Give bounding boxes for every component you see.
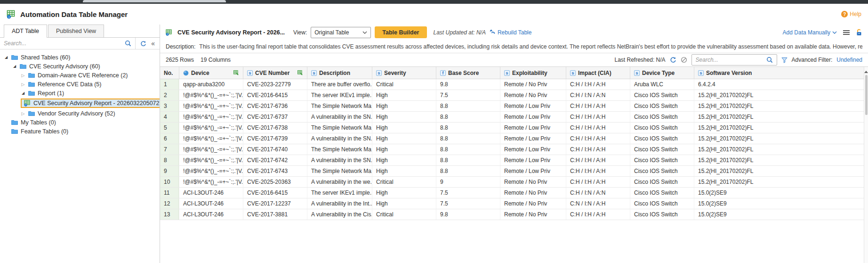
table-row[interactable]: 2!@#$%^&*()_-=+~`:;.'|V...CVE-2016-6415T… <box>160 90 868 101</box>
cell-cve: CVE-2017-6738 <box>243 123 307 133</box>
column-label: Software Version <box>706 70 752 76</box>
collapse-arrow-icon[interactable]: ▷ <box>21 73 25 78</box>
cell-base_score: 8.8 <box>436 144 500 155</box>
tree-item-reference-cve-data[interactable]: ▷ Reference CVE Data (5) <box>0 80 160 89</box>
tree-item-my-tables[interactable]: My Tables (0) <box>0 118 160 127</box>
tree-item-domain-aware-cve-reference[interactable]: ▷ Domain-Aware CVE Reference (2) <box>0 71 160 80</box>
description-label: Description: <box>166 43 195 50</box>
expand-arrow-icon[interactable]: ◢ <box>4 55 8 59</box>
collapse-sidebar-icon[interactable]: « <box>151 40 155 47</box>
cell-device: !@#$%^&*()_-=+~`:;.'|V... <box>179 133 243 144</box>
grid-header: No.DevicesCVE NumbersDescriptionsSeverit… <box>160 67 868 79</box>
tree-item-shared-tables[interactable]: ◢ Shared Tables (60) <box>0 53 160 62</box>
cell-cve: CVE-2023-22779 <box>243 79 307 90</box>
table-row[interactable]: 5!@#$%^&*()_-=+~`:;.'|V...CVE-2017-6738T… <box>160 123 868 133</box>
tree-item-cve-report-selected[interactable]: i CVE Security Advisory Report - 2026032… <box>0 98 160 109</box>
tree-item-feature-tables[interactable]: Feature Tables (0) <box>0 127 160 136</box>
search-icon[interactable] <box>763 57 777 63</box>
tree-item-vendor-security-advisory[interactable]: ▷ Vendor Security Advisory (52) <box>0 109 160 118</box>
table-row[interactable]: 4!@#$%^&*()_-=+~`:;.'|V...CVE-2017-6737A… <box>160 112 868 123</box>
cell-impact: C:H / I:H / A:H <box>566 112 630 122</box>
table-row[interactable]: 7!@#$%^&*()_-=+~`:;.'|V...CVE-2017-6740T… <box>160 144 868 155</box>
cell-software_version: 15.0(2)SE9 <box>694 188 864 198</box>
scrollbar-thumb[interactable] <box>865 75 868 115</box>
table-row[interactable]: 6!@#$%^&*()_-=+~`:;.'|V...CVE-2017-6739A… <box>160 133 868 144</box>
column-header-no[interactable]: No. <box>160 67 179 79</box>
selected-tree-item[interactable]: i CVE Security Advisory Report - 2026032… <box>21 99 160 108</box>
collapse-arrow-icon[interactable]: ▷ <box>21 82 25 87</box>
column-header-device[interactable]: Device <box>179 67 243 79</box>
tree-item-label: Vendor Security Advisory (52) <box>38 110 115 117</box>
cell-impact: C:H / I:H / A:H <box>566 144 630 155</box>
column-header-impact[interactable]: sImpact (CIA) <box>566 67 630 79</box>
stats-row: 2625 Rows 19 Columns Last Refreshed: N/A <box>160 53 868 66</box>
column-header-device_type[interactable]: sDevice Type <box>630 67 694 79</box>
folder-icon <box>11 55 18 60</box>
unlock-icon[interactable] <box>856 29 862 36</box>
table-search-input[interactable] <box>692 57 763 63</box>
sidebar-search-input[interactable] <box>0 40 121 47</box>
expand-arrow-icon[interactable]: ◢ <box>21 91 25 95</box>
tree-item-report[interactable]: ◢ Report (1) <box>0 89 160 98</box>
table-row[interactable]: 9!@#$%^&*()_-=+~`:;.'|V...CVE-2017-6743T… <box>160 166 868 177</box>
refresh-tree-icon[interactable] <box>140 41 146 47</box>
main-panel: i CVE Security Advisory Report - 2026...… <box>160 25 868 263</box>
cell-impact: C:H / I:H / A:H <box>566 101 630 111</box>
column-header-severity[interactable]: sSeverity <box>372 67 436 79</box>
help-link[interactable]: ? Help <box>841 11 861 17</box>
svg-text:i: i <box>167 33 168 35</box>
cell-description: A vulnerability in the Cis... <box>307 209 372 220</box>
refresh-table-icon[interactable] <box>670 57 676 63</box>
cell-software_version: 15.2(HI_20170202)FL <box>694 101 864 111</box>
table-row[interactable]: 10!@#$%^&*()_-=+~`:;.'|V...CVE-2025-2036… <box>160 177 868 188</box>
menu-icon[interactable] <box>843 30 850 35</box>
column-header-description[interactable]: sDescription <box>307 67 372 79</box>
expand-arrow-icon[interactable]: ◢ <box>12 64 17 68</box>
cell-device: !@#$%^&*()_-=+~`:;.'|V... <box>179 166 243 176</box>
cell-exploitability: Remote / No Priv <box>500 198 566 209</box>
table-builder-button[interactable]: Table Builder <box>375 26 426 38</box>
cell-no: 1 <box>160 79 179 90</box>
column-label: Impact (CIA) <box>578 70 611 76</box>
vertical-scrollbar[interactable] <box>864 67 868 263</box>
cell-severity: High <box>372 133 436 144</box>
view-select[interactable]: Original Table <box>311 27 371 38</box>
column-type-icon: s <box>698 70 704 76</box>
table-row[interactable]: 1qapp-aruba3200CVE-2023-22779There are b… <box>160 79 868 90</box>
tab-published-view[interactable]: Published View <box>48 25 104 37</box>
hide-columns-icon[interactable] <box>681 57 687 63</box>
cell-impact: C:H / I:H / A:H <box>566 166 630 176</box>
tree-item-cve-security-advisory[interactable]: ◢ CVE Security Advisory (60) <box>0 62 160 71</box>
column-header-base_score[interactable]: fBase Score <box>436 67 500 79</box>
column-type-icon: s <box>634 70 640 76</box>
column-header-cve[interactable]: sCVE Number <box>243 67 307 79</box>
tab-adt-table[interactable]: ADT Table <box>4 25 47 38</box>
cell-no: 8 <box>160 155 179 165</box>
table-row[interactable]: 12ACI-L3OUT-246CVE-2017-12237A vulnerabi… <box>160 198 868 209</box>
column-header-exploitability[interactable]: sExploitability <box>500 67 566 79</box>
column-label: Device <box>191 70 209 76</box>
cell-severity: High <box>372 166 436 176</box>
cell-device_type: Cisco IOS Switch <box>630 155 694 165</box>
cell-impact: C:H / I:N / A:N <box>566 188 630 198</box>
cell-software_version: 15.2(HI_20170202)FL <box>694 133 864 144</box>
cell-severity: Critical <box>372 79 436 90</box>
search-icon[interactable] <box>121 40 135 47</box>
table-row[interactable]: 13ACI-L3OUT-246CVE-2017-3881A vulnerabil… <box>160 209 868 220</box>
filter-funnel-icon[interactable] <box>781 57 788 63</box>
column-header-software_version[interactable]: sSoftware Version <box>694 67 864 79</box>
view-select-value: Original Table <box>314 29 362 36</box>
advanced-filter-value[interactable]: Undefined <box>836 57 862 63</box>
advanced-filter-label: Advanced Filter: <box>792 57 833 63</box>
collapse-arrow-icon[interactable]: ▷ <box>21 111 25 116</box>
row-count: 2625 Rows <box>166 57 194 63</box>
table-row[interactable]: 11ACI-L3OUT-246CVE-2016-6415The server I… <box>160 188 868 198</box>
cell-base_score: 9.8 <box>436 209 500 220</box>
table-row[interactable]: 3!@#$%^&*()_-=+~`:;.'|V...CVE-2017-6736T… <box>160 101 868 112</box>
add-data-manually-link[interactable]: Add Data Manually <box>783 29 837 36</box>
table-row[interactable]: 8!@#$%^&*()_-=+~`:;.'|V...CVE-2017-6742A… <box>160 155 868 166</box>
cell-no: 2 <box>160 90 179 100</box>
cell-software_version: 15.2(HI_20170202)FL <box>694 112 864 122</box>
scroll-up-icon[interactable] <box>864 69 868 73</box>
rebuild-table-link[interactable]: Rebuild Table <box>490 29 532 36</box>
